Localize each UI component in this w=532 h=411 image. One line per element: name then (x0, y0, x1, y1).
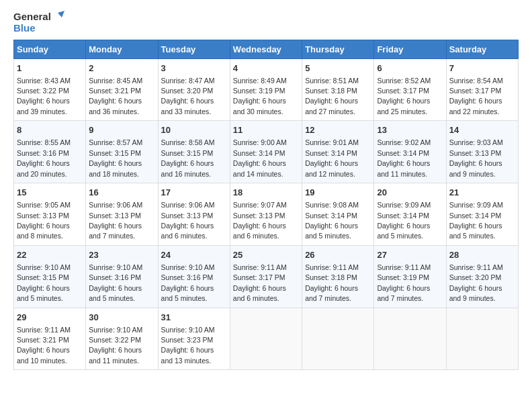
day-number: 8 (17, 124, 83, 136)
day-info: Sunrise: 9:10 AM Sunset: 3:23 PM Dayligh… (161, 326, 215, 365)
logo-text-blue: Blue (13, 23, 36, 34)
day-info: Sunrise: 8:45 AM Sunset: 3:21 PM Dayligh… (89, 77, 142, 116)
day-info: Sunrise: 9:02 AM Sunset: 3:14 PM Dayligh… (377, 138, 431, 177)
calendar-cell: 31Sunrise: 9:10 AM Sunset: 3:23 PM Dayli… (158, 308, 230, 370)
calendar-cell: 17Sunrise: 9:06 AM Sunset: 3:13 PM Dayli… (158, 183, 230, 246)
day-info: Sunrise: 8:51 AM Sunset: 3:18 PM Dayligh… (305, 77, 359, 116)
day-info: Sunrise: 8:49 AM Sunset: 3:19 PM Dayligh… (233, 77, 287, 116)
calendar-cell: 21Sunrise: 9:09 AM Sunset: 3:14 PM Dayli… (446, 183, 518, 246)
calendar-cell: 16Sunrise: 9:06 AM Sunset: 3:13 PM Dayli… (86, 183, 158, 246)
day-info: Sunrise: 8:47 AM Sunset: 3:20 PM Dayligh… (161, 77, 215, 116)
day-info: Sunrise: 9:09 AM Sunset: 3:14 PM Dayligh… (377, 201, 431, 240)
page-header: General Blue (13, 11, 519, 34)
day-number: 22 (17, 249, 83, 261)
day-info: Sunrise: 8:54 AM Sunset: 3:17 PM Dayligh… (449, 77, 503, 116)
calendar-cell: 22Sunrise: 9:10 AM Sunset: 3:15 PM Dayli… (14, 245, 86, 308)
calendar-cell: 4Sunrise: 8:49 AM Sunset: 3:19 PM Daylig… (230, 58, 302, 121)
calendar-cell: 6Sunrise: 8:52 AM Sunset: 3:17 PM Daylig… (374, 58, 446, 121)
day-info: Sunrise: 9:06 AM Sunset: 3:13 PM Dayligh… (89, 201, 142, 240)
calendar-cell (302, 308, 374, 370)
day-number: 29 (17, 312, 83, 324)
calendar-cell: 20Sunrise: 9:09 AM Sunset: 3:14 PM Dayli… (374, 183, 446, 246)
calendar-cell: 28Sunrise: 9:11 AM Sunset: 3:20 PM Dayli… (446, 245, 518, 308)
day-number: 23 (89, 249, 154, 261)
day-number: 16 (89, 187, 154, 199)
day-number: 13 (377, 124, 443, 136)
calendar-cell (230, 308, 302, 370)
logo: General Blue (13, 11, 64, 34)
day-number: 6 (377, 62, 443, 75)
day-info: Sunrise: 9:10 AM Sunset: 3:16 PM Dayligh… (161, 263, 215, 302)
day-number: 5 (305, 62, 371, 75)
day-info: Sunrise: 9:10 AM Sunset: 3:16 PM Dayligh… (89, 263, 142, 302)
calendar-cell: 5Sunrise: 8:51 AM Sunset: 3:18 PM Daylig… (302, 58, 374, 121)
day-info: Sunrise: 9:06 AM Sunset: 3:13 PM Dayligh… (161, 201, 215, 240)
day-number: 12 (305, 124, 371, 136)
logo-container: General Blue (13, 11, 64, 34)
calendar-week-2: 8Sunrise: 8:55 AM Sunset: 3:16 PM Daylig… (14, 121, 519, 183)
day-info: Sunrise: 9:11 AM Sunset: 3:20 PM Dayligh… (449, 263, 503, 302)
calendar-cell: 13Sunrise: 9:02 AM Sunset: 3:14 PM Dayli… (374, 121, 446, 183)
column-header-saturday: Saturday (446, 40, 518, 58)
day-number: 18 (233, 187, 299, 199)
calendar-cell: 26Sunrise: 9:11 AM Sunset: 3:18 PM Dayli… (302, 245, 374, 308)
day-info: Sunrise: 9:08 AM Sunset: 3:14 PM Dayligh… (305, 201, 359, 240)
day-number: 14 (449, 124, 515, 136)
calendar-week-1: 1Sunrise: 8:43 AM Sunset: 3:22 PM Daylig… (14, 58, 519, 121)
calendar-cell: 15Sunrise: 9:05 AM Sunset: 3:13 PM Dayli… (14, 183, 86, 246)
day-number: 4 (233, 62, 299, 75)
calendar-header-row: SundayMondayTuesdayWednesdayThursdayFrid… (14, 40, 519, 58)
column-header-friday: Friday (374, 40, 446, 58)
day-info: Sunrise: 8:43 AM Sunset: 3:22 PM Dayligh… (17, 77, 71, 116)
logo-text-general: General (13, 11, 51, 23)
calendar-cell: 25Sunrise: 9:11 AM Sunset: 3:17 PM Dayli… (230, 245, 302, 308)
day-number: 25 (233, 249, 299, 261)
calendar-cell: 9Sunrise: 8:57 AM Sunset: 3:15 PM Daylig… (86, 121, 158, 183)
calendar-cell: 8Sunrise: 8:55 AM Sunset: 3:16 PM Daylig… (14, 121, 86, 183)
calendar-cell: 7Sunrise: 8:54 AM Sunset: 3:17 PM Daylig… (446, 58, 518, 121)
calendar-cell: 24Sunrise: 9:10 AM Sunset: 3:16 PM Dayli… (158, 245, 230, 308)
svg-marker-0 (58, 11, 64, 17)
day-number: 27 (377, 249, 443, 261)
day-number: 17 (161, 187, 227, 199)
day-number: 24 (161, 249, 227, 261)
day-number: 15 (17, 187, 83, 199)
day-info: Sunrise: 9:09 AM Sunset: 3:14 PM Dayligh… (449, 201, 503, 240)
day-number: 10 (161, 124, 227, 136)
calendar-cell: 1Sunrise: 8:43 AM Sunset: 3:22 PM Daylig… (14, 58, 86, 121)
day-number: 20 (377, 187, 443, 199)
calendar-cell: 19Sunrise: 9:08 AM Sunset: 3:14 PM Dayli… (302, 183, 374, 246)
day-number: 26 (305, 249, 371, 261)
calendar-cell: 30Sunrise: 9:10 AM Sunset: 3:22 PM Dayli… (86, 308, 158, 370)
day-number: 2 (89, 62, 154, 75)
calendar-week-3: 15Sunrise: 9:05 AM Sunset: 3:13 PM Dayli… (14, 183, 519, 246)
day-info: Sunrise: 9:07 AM Sunset: 3:13 PM Dayligh… (233, 201, 287, 240)
calendar-cell: 29Sunrise: 9:11 AM Sunset: 3:21 PM Dayli… (14, 308, 86, 370)
column-header-thursday: Thursday (302, 40, 374, 58)
day-info: Sunrise: 8:58 AM Sunset: 3:15 PM Dayligh… (161, 138, 215, 177)
day-number: 11 (233, 124, 299, 136)
column-header-tuesday: Tuesday (158, 40, 230, 58)
calendar-cell: 23Sunrise: 9:10 AM Sunset: 3:16 PM Dayli… (86, 245, 158, 308)
day-info: Sunrise: 8:55 AM Sunset: 3:16 PM Dayligh… (17, 138, 71, 177)
day-info: Sunrise: 8:57 AM Sunset: 3:15 PM Dayligh… (89, 138, 142, 177)
calendar-cell (446, 308, 518, 370)
calendar-week-4: 22Sunrise: 9:10 AM Sunset: 3:15 PM Dayli… (14, 245, 519, 308)
day-number: 3 (161, 62, 227, 75)
day-info: Sunrise: 9:00 AM Sunset: 3:14 PM Dayligh… (233, 138, 287, 177)
calendar-cell: 2Sunrise: 8:45 AM Sunset: 3:21 PM Daylig… (86, 58, 158, 121)
day-info: Sunrise: 9:11 AM Sunset: 3:17 PM Dayligh… (233, 263, 287, 302)
day-number: 19 (305, 187, 371, 199)
day-number: 28 (449, 249, 515, 261)
day-info: Sunrise: 9:11 AM Sunset: 3:18 PM Dayligh… (305, 263, 359, 302)
calendar-week-5: 29Sunrise: 9:11 AM Sunset: 3:21 PM Dayli… (14, 308, 519, 370)
day-info: Sunrise: 9:05 AM Sunset: 3:13 PM Dayligh… (17, 201, 71, 240)
column-header-monday: Monday (86, 40, 158, 58)
day-info: Sunrise: 9:11 AM Sunset: 3:19 PM Dayligh… (377, 263, 431, 302)
day-info: Sunrise: 9:10 AM Sunset: 3:22 PM Dayligh… (89, 326, 142, 365)
calendar-cell (374, 308, 446, 370)
calendar-cell: 11Sunrise: 9:00 AM Sunset: 3:14 PM Dayli… (230, 121, 302, 183)
day-number: 31 (161, 312, 227, 324)
day-info: Sunrise: 9:11 AM Sunset: 3:21 PM Dayligh… (17, 326, 71, 365)
calendar-table: SundayMondayTuesdayWednesdayThursdayFrid… (13, 40, 519, 371)
